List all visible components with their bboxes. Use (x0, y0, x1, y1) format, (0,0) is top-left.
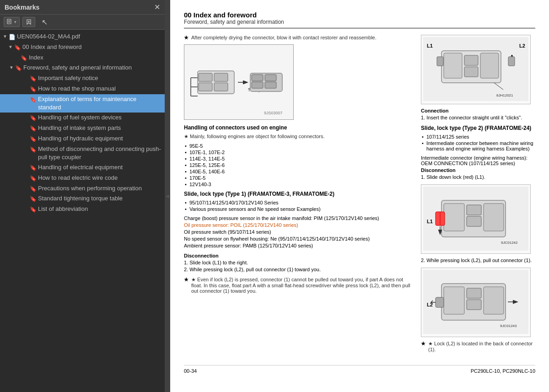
diagram-3-svg: L2 (423, 272, 528, 332)
type2-list: 107/114/125 series Intermediate connecto… (421, 134, 535, 151)
list-item: 170E-5 (184, 175, 412, 181)
list-item: Intermediate connector between machine w… (421, 140, 535, 151)
section-heading: Handling of connectors used on engine (184, 124, 412, 131)
oil-switch-text: Oil pressure switch (95/107/114 series) (184, 229, 412, 235)
svg-rect-15 (252, 82, 263, 88)
slide-type1-heading: Slide, lock type (Type 1) (FRAMATOME-3, … (184, 191, 412, 197)
bookmark-item-foreword[interactable]: 🔖 Foreword, safety and general informati… (0, 63, 165, 73)
bookmark-icon: 🔖 (29, 175, 37, 183)
bookmark-item-root[interactable]: 📄 UEN05644-02_MA4.pdf (0, 32, 165, 42)
bookmark-item-index[interactable]: 🔖 Index (0, 53, 165, 63)
doc-title: 00 Index and foreword (184, 11, 535, 19)
root-file-label: UEN05644-02_MA4.pdf (16, 32, 163, 41)
bookmark-item-abbreviation[interactable]: 🔖 List of abbreviation (0, 204, 165, 215)
resize-indicator: ◀ (165, 193, 170, 199)
dropdown-arrow: ▾ (14, 20, 16, 24)
svg-text:L2: L2 (427, 302, 433, 307)
file-icon: 📄 (8, 33, 16, 41)
bookmark-item-00-index[interactable]: 🔖 00 Index and foreword (0, 42, 165, 53)
notice-box: ★ After completely drying the connector,… (184, 35, 412, 41)
bookmark-item-terms[interactable]: 🔖 Explanation of terms for maintenance s… (0, 94, 165, 113)
footer-model: PC290LC-10, PC290NLC-10 (471, 368, 535, 374)
content-body: ★ After completely drying the connector,… (184, 35, 535, 356)
content-right: L1 L2 A 8JH12021 (421, 35, 535, 356)
list-item: 95E-5 (184, 143, 412, 149)
bookmark-icon: 🔖 (29, 86, 37, 93)
svg-rect-8 (199, 83, 212, 91)
svg-rect-30 (480, 53, 499, 78)
sidebar-close-button[interactable]: ✕ (154, 3, 160, 11)
bookmark-item-electrical[interactable]: 🔖 Handling of electrical equipment (0, 162, 165, 173)
resize-handle[interactable]: ◀ (165, 0, 170, 392)
disc2-step2-section: 2. While pressing lock (L2), pull out co… (421, 258, 535, 263)
bookmark-item-precautions[interactable]: 🔖 Precautions when performing operation (0, 183, 165, 194)
ambient-text: Ambient pressure sensor: PAMB (125/170/1… (184, 243, 412, 248)
svg-rect-14 (252, 75, 263, 81)
examples-section: Charge (boost) pressure sensor in the ai… (184, 215, 412, 248)
bookmark-icon: 🔖 (29, 146, 37, 154)
bookmark-icon: 🔖 (29, 135, 37, 143)
disconnection2-label: Disconnection (421, 167, 535, 173)
bookmark-icon: 🔖 (20, 54, 27, 62)
oil-pressure-text: Oil pressure sensor: POIL (125/170/12V14… (184, 222, 412, 228)
examples-text: Charge (boost) pressure sensor in the ai… (184, 215, 412, 221)
svg-rect-28 (464, 55, 478, 65)
intro-notice: ★ Mainly, following engines are object f… (184, 134, 412, 140)
lock-notice-text: ★ Even if lock (L2) is pressed, connecto… (191, 277, 412, 294)
intake-label: Handling of intake system parts (37, 124, 163, 132)
cursor-icon: ↖ (42, 18, 48, 27)
list-item: 107/114/125 series (421, 134, 535, 140)
svg-rect-9 (214, 73, 228, 81)
list-item: 95/107/114/125/140/170/12V140 Series (184, 200, 412, 205)
svg-text:9JS03007: 9JS03007 (264, 111, 283, 115)
arrow-root (2, 33, 8, 40)
bookmark-list-button[interactable]: ▾ (4, 17, 20, 27)
bookmark-item-fuel[interactable]: 🔖 Handling of fuel system devices (0, 113, 165, 123)
bookmark-icon: 🔖 (29, 114, 37, 122)
content-left: ★ After completely drying the connector,… (184, 35, 412, 356)
svg-text:9JC01243: 9JC01243 (500, 324, 517, 328)
svg-rect-29 (464, 67, 478, 77)
svg-rect-47 (467, 300, 481, 310)
electrical-label: Handling of electrical equipment (37, 163, 163, 172)
bookmark-item-torque[interactable]: 🔖 Standard tightening torque table (0, 193, 165, 204)
bookmark-item-hydraulic[interactable]: 🔖 Handling of hydraulic equipment (0, 134, 165, 144)
doc-subtitle: Foreword, safety and general information (184, 19, 535, 25)
00-index-label: 00 Index and foreword (21, 43, 163, 51)
type1-list: 95/107/114/125/140/170/12V140 Series Var… (184, 200, 412, 212)
bookmark-item-wire-code[interactable]: 🔖 How to read electric wire code (0, 173, 165, 183)
oem-section: Intermediate connector (engine wiring ha… (421, 155, 535, 180)
svg-rect-37 (467, 205, 481, 215)
diagram-2-image: L1 (423, 187, 528, 251)
diagram-3: L2 (421, 268, 531, 337)
svg-text:L1: L1 (427, 43, 433, 48)
bookmark-list-icon (7, 19, 13, 25)
doc-footer: 00-34 PC290LC-10, PC290NLC-10 (184, 365, 535, 374)
diagram-2: L1 (421, 184, 531, 254)
svg-rect-32 (508, 57, 515, 66)
svg-rect-7 (199, 73, 212, 81)
bookmark-item-intake[interactable]: 🔖 Handling of intake system parts (0, 123, 165, 134)
bookmark-item-shop-manual[interactable]: 🔖 How to read the shop manual (0, 84, 165, 94)
svg-rect-39 (484, 204, 504, 231)
bookmark-icon: 🔖 (29, 96, 37, 104)
svg-rect-49 (436, 297, 444, 307)
safety-label: Important safety notice (37, 74, 163, 82)
bookmark-item-safety[interactable]: 🔖 Important safety notice (0, 73, 165, 84)
torque-label: Standard tightening torque table (37, 194, 163, 203)
disconnection-label: Disconnection (184, 253, 412, 258)
bookmark-add-button[interactable] (22, 17, 35, 27)
disc-step1: 1. Slide lock (L1) to the right. (184, 260, 412, 265)
bookmark-item-pushpull[interactable]: 🔖 Method of disconnecting and connecting… (0, 144, 165, 162)
svg-rect-31 (437, 57, 443, 66)
doc-header: 00 Index and foreword Foreword, safety a… (184, 11, 535, 28)
diagram-1: L1 L2 A 8JH12021 (421, 35, 531, 104)
bookmark-icon: 🔖 (29, 195, 37, 203)
oem-text: Intermediate connector (engine wiring ha… (421, 155, 535, 166)
intro-text: ★ Mainly, following engines are object f… (184, 134, 325, 140)
svg-rect-10 (214, 83, 228, 91)
diagram-2-svg: L1 (423, 189, 528, 248)
disc2-step2: 2. While pressing lock (L2), pull out co… (421, 258, 535, 263)
svg-text:L1: L1 (427, 219, 433, 224)
list-item: 114E-3, 114E-5 (184, 156, 412, 161)
